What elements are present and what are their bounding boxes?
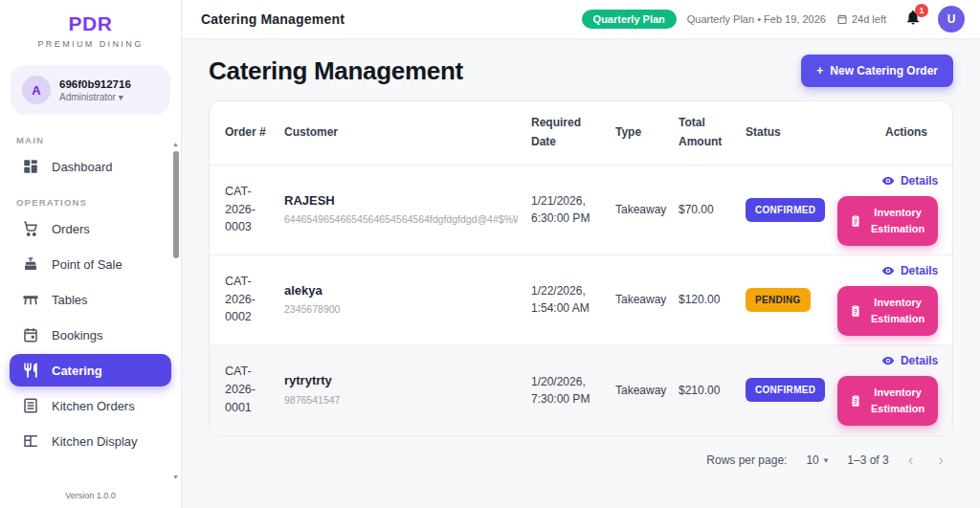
sidebar-item-label: Catering xyxy=(52,364,102,378)
brand-logo: PDR PREMIUM DINING xyxy=(0,0,181,53)
customer-name: alekya xyxy=(284,281,522,300)
chevron-down-icon: ▾ xyxy=(824,455,829,465)
col-order-no: Order # xyxy=(225,111,284,155)
user-card[interactable]: A 696f0b912716 Administrator ▾ xyxy=(11,65,170,115)
page-header: Catering Management + New Catering Order xyxy=(209,55,953,87)
brand-tagline: PREMIUM DINING xyxy=(0,39,181,49)
rows-per-page-select[interactable]: 10 ▾ xyxy=(806,453,828,467)
main-content: Catering Management + New Catering Order… xyxy=(182,39,980,508)
prev-page-button[interactable]: ‹ xyxy=(908,451,914,470)
customer-cell: rytrytrty 9876541547 xyxy=(284,371,531,408)
sidebar-item-catering[interactable]: Catering xyxy=(10,354,171,387)
pagination-controls: ‹ › xyxy=(908,451,944,470)
calendar-icon xyxy=(836,13,848,25)
eye-icon xyxy=(881,354,895,367)
sidebar-item-label: Dashboard xyxy=(52,160,113,174)
user-name: 696f0b912716 xyxy=(59,78,131,90)
table-row: CAT-2026-0001 rytrytrty 9876541547 1/20/… xyxy=(210,345,952,435)
sidebar-item-label: Kitchen Display xyxy=(52,434,138,449)
notifications-button[interactable]: 1 xyxy=(904,9,922,30)
new-catering-order-button[interactable]: + New Catering Order xyxy=(801,55,953,87)
required-date: 1/20/2026, 7:30:00 PM xyxy=(531,373,615,408)
plus-icon: + xyxy=(816,64,823,77)
user-role: Administrator ▾ xyxy=(59,92,131,102)
sidebar-item-label: Bookings xyxy=(52,328,102,342)
plan-info: Quarterly Plan • Feb 19, 2026 xyxy=(687,13,826,25)
col-total-amount: Total Amount xyxy=(679,101,746,165)
status-badge: PENDING xyxy=(746,288,811,312)
inventory-estimation-button[interactable]: Inventory Estimation xyxy=(837,376,938,426)
scrollbar-thumb[interactable] xyxy=(173,151,179,258)
col-actions: Actions xyxy=(837,111,937,155)
details-link[interactable]: Details xyxy=(881,174,938,188)
clipboard-icon xyxy=(849,394,862,408)
total-amount: $210.00 xyxy=(679,382,746,399)
total-amount: $120.00 xyxy=(679,291,746,308)
clipboard-icon xyxy=(849,304,862,318)
sidebar-item-point-of-sale[interactable]: Point of Sale xyxy=(10,248,171,280)
customer-contact: 2345678900 xyxy=(284,302,518,318)
sidebar-item-kitchen-display[interactable]: Kitchen Display xyxy=(10,425,171,457)
customer-cell: RAJESH 64465496546654564654564564fdgfdgf… xyxy=(284,191,531,228)
customer-name: rytrytrty xyxy=(284,371,522,390)
catering-orders-card: Order # Customer Required Date Type Tota… xyxy=(209,100,953,436)
details-link[interactable]: Details xyxy=(881,264,938,277)
notification-badge: 1 xyxy=(915,4,928,17)
topbar: Catering Management Quarterly Plan Quart… xyxy=(182,0,980,39)
sidebar-item-bookings[interactable]: Bookings xyxy=(10,319,171,351)
table-icon xyxy=(22,291,39,308)
content-column: Catering Management Quarterly Plan Quart… xyxy=(182,0,980,508)
nav-section-operations: OPERATIONS xyxy=(16,197,181,208)
scroll-down-icon[interactable]: ▼ xyxy=(172,474,179,481)
clipboard-icon xyxy=(849,214,862,228)
eye-icon xyxy=(881,264,895,277)
sidebar-item-label: Kitchen Orders xyxy=(52,399,135,413)
order-type: Takeaway xyxy=(615,291,679,308)
plan-badge[interactable]: Quarterly Plan xyxy=(582,10,677,29)
status-badge: CONFIRMED xyxy=(746,378,825,402)
order-number: CAT-2026-0002 xyxy=(225,273,271,326)
sidebar: PDR PREMIUM DINING A 696f0b912716 Admini… xyxy=(0,0,182,508)
inventory-estimation-button[interactable]: Inventory Estimation xyxy=(837,196,938,246)
details-link[interactable]: Details xyxy=(881,354,938,367)
cart-icon xyxy=(22,220,39,237)
user-avatar-button[interactable]: U xyxy=(938,6,965,33)
inventory-estimation-button[interactable]: Inventory Estimation xyxy=(837,286,938,336)
col-status: Status xyxy=(746,111,837,155)
sidebar-item-kitchen-orders[interactable]: Kitchen Orders xyxy=(10,389,171,422)
brand-logo-text: PDR xyxy=(0,12,181,35)
status-cell: PENDING xyxy=(746,288,837,312)
next-page-button[interactable]: › xyxy=(938,451,944,470)
sidebar-item-label: Tables xyxy=(52,293,88,307)
actions-cell: Details Inventory Estimation xyxy=(837,264,940,336)
sidebar-scrollbar[interactable]: ▲ ▼ xyxy=(171,141,180,481)
chevron-down-icon: ▾ xyxy=(119,92,123,102)
sidebar-item-label: Point of Sale xyxy=(52,257,122,272)
rows-per-page-label: Rows per page: xyxy=(706,453,787,467)
topbar-title: Catering Management xyxy=(201,11,345,27)
avatar: A xyxy=(22,76,51,104)
version-label: Version 1.0.0 xyxy=(0,486,181,508)
customer-contact: 9876541547 xyxy=(284,393,518,409)
status-cell: CONFIRMED xyxy=(746,198,837,222)
status-badge: CONFIRMED xyxy=(746,198,825,222)
customer-cell: alekya 2345678900 xyxy=(284,281,531,318)
scroll-up-icon[interactable]: ▲ xyxy=(172,141,179,148)
topbar-right: Quarterly Plan Quarterly Plan • Feb 19, … xyxy=(582,6,965,33)
pagination: Rows per page: 10 ▾ 1–3 of 3 ‹ › xyxy=(209,436,953,470)
col-required-date: Required Date xyxy=(531,101,615,165)
pagination-range: 1–3 of 3 xyxy=(847,453,888,467)
page-title: Catering Management xyxy=(209,56,463,86)
nav-section-main: MAIN xyxy=(16,135,181,145)
table-row: CAT-2026-0002 alekya 2345678900 1/22/202… xyxy=(210,255,952,345)
sidebar-item-dashboard[interactable]: Dashboard xyxy=(10,150,171,183)
sidebar-nav: MAIN Dashboard OPERATIONS Orders Point o… xyxy=(0,119,181,486)
eye-icon xyxy=(881,174,895,188)
required-date: 1/22/2026, 1:54:00 AM xyxy=(531,282,615,317)
actions-cell: Details Inventory Estimation xyxy=(837,354,940,426)
sidebar-item-orders[interactable]: Orders xyxy=(10,212,171,245)
required-date: 1/21/2026, 6:30:00 PM xyxy=(531,192,615,227)
calendar-icon xyxy=(22,326,39,343)
sidebar-item-tables[interactable]: Tables xyxy=(10,283,171,316)
customer-contact: 64465496546654564654564564fdgfdgfdgd@4#$… xyxy=(284,212,518,228)
